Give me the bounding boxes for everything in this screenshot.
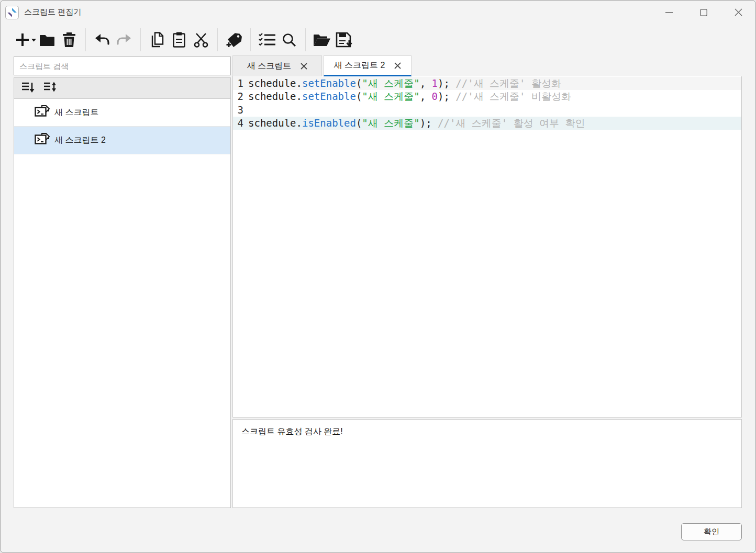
- undo-icon: [94, 32, 110, 47]
- line-number: 2: [233, 90, 243, 103]
- sort-toggle-button[interactable]: [43, 81, 58, 96]
- new-folder-button[interactable]: [36, 28, 58, 51]
- code-line[interactable]: 4schedule.isEnabled("새 스케줄"); //'새 스케줄' …: [233, 117, 741, 130]
- line-number: 4: [233, 117, 243, 130]
- tag-plus-icon: [226, 32, 242, 48]
- close-icon: [735, 8, 742, 16]
- script-item-label: 새 스크립트: [54, 107, 98, 118]
- footer: 확인: [1, 508, 755, 552]
- minimize-button[interactable]: [652, 1, 686, 24]
- tab-label: 새 스크립트: [247, 61, 291, 72]
- sort-updown-icon: [43, 81, 58, 96]
- paste-button[interactable]: [168, 28, 190, 51]
- code-text: schedule.isEnabled("새 스케줄"); //'새 스케줄' 활…: [248, 117, 585, 130]
- code-editor[interactable]: 1schedule.setEnable("새 스케줄", 1); //'새 스케…: [232, 76, 742, 417]
- toolbar: [1, 24, 755, 55]
- titlebar: 스크립트 편집기: [1, 1, 755, 24]
- validation-output-panel: 스크립트 유효성 검사 완료!: [232, 419, 742, 508]
- code-line[interactable]: 1schedule.setEnable("새 스케줄", 1); //'새 스케…: [233, 77, 741, 90]
- rename-button[interactable]: [223, 28, 245, 51]
- tab-close-icon[interactable]: [394, 62, 401, 69]
- plus-icon: [14, 31, 31, 48]
- toolbar-separator: [217, 28, 218, 51]
- toolbar-separator: [305, 28, 306, 51]
- save-icon: [335, 31, 353, 48]
- script-item-label: 새 스크립트 2: [54, 135, 106, 146]
- script-list-item[interactable]: 새 스크립트: [14, 99, 230, 127]
- app-logo-icon: [5, 6, 19, 19]
- copy-button[interactable]: [146, 28, 168, 51]
- script-list: 새 스크립트새 스크립트 2: [14, 99, 230, 507]
- maximize-button[interactable]: [686, 1, 721, 24]
- code-line[interactable]: 2schedule.setEnable("새 스케줄", 0); //'새 스케…: [233, 90, 741, 103]
- ok-button[interactable]: 확인: [681, 523, 742, 540]
- dropdown-caret-icon: [31, 38, 36, 42]
- script-file-icon: [35, 133, 50, 148]
- paste-icon: [172, 31, 186, 48]
- checklist-icon: [258, 32, 276, 47]
- toolbar-separator: [140, 28, 141, 51]
- redo-button[interactable]: [113, 28, 135, 51]
- delete-button[interactable]: [58, 28, 80, 51]
- new-script-dropdown-button[interactable]: [14, 28, 36, 51]
- trash-icon: [62, 32, 76, 48]
- search-icon: [282, 32, 296, 47]
- tab-bar: 새 스크립트새 스크립트 2: [232, 55, 742, 76]
- sort-down-icon: [21, 81, 36, 96]
- script-editor-window: 스크립트 편집기 새 스크립트새 스크립트 2 새 스크립트새 스크립트 2 1…: [0, 0, 756, 553]
- copy-icon: [150, 31, 164, 48]
- folder-icon: [39, 32, 55, 47]
- folder-open-icon: [313, 32, 331, 47]
- maximize-icon: [700, 9, 707, 16]
- line-number: 1: [233, 77, 243, 90]
- editor-tab[interactable]: 새 스크립트 2: [324, 55, 412, 76]
- window-title: 스크립트 편집기: [24, 7, 81, 17]
- scissors-icon: [193, 32, 209, 48]
- script-file-icon: [35, 105, 50, 120]
- toolbar-separator: [250, 28, 251, 51]
- toolbar-separator: [85, 28, 86, 51]
- cut-button[interactable]: [190, 28, 212, 51]
- sort-header: [14, 78, 230, 99]
- editor-column: 새 스크립트새 스크립트 2 1schedule.setEnable("새 스케…: [232, 55, 742, 508]
- sidebar: 새 스크립트새 스크립트 2: [14, 55, 231, 508]
- tab-label: 새 스크립트 2: [334, 60, 385, 71]
- search-input[interactable]: [14, 57, 231, 75]
- script-list-item[interactable]: 새 스크립트 2: [14, 127, 230, 154]
- code-text: schedule.setEnable("새 스케줄", 0); //'새 스케줄…: [248, 90, 571, 103]
- import-button[interactable]: [311, 28, 333, 51]
- find-button[interactable]: [278, 28, 300, 51]
- export-button[interactable]: [333, 28, 355, 51]
- tab-close-icon[interactable]: [301, 63, 307, 70]
- line-number: 3: [233, 104, 243, 117]
- editor-tab[interactable]: 새 스크립트: [232, 55, 322, 76]
- validate-button[interactable]: [256, 28, 278, 51]
- close-button[interactable]: [721, 1, 755, 24]
- validation-message: 스크립트 유효성 검사 완료!: [241, 426, 733, 437]
- undo-button[interactable]: [91, 28, 113, 51]
- sort-descending-button[interactable]: [21, 81, 36, 96]
- script-list-panel: 새 스크립트새 스크립트 2: [14, 77, 231, 508]
- minimize-icon: [665, 9, 673, 16]
- code-line[interactable]: 3: [233, 104, 741, 117]
- main-area: 새 스크립트새 스크립트 2 새 스크립트새 스크립트 2 1schedule.…: [1, 55, 755, 508]
- caption-buttons: [652, 1, 755, 24]
- redo-icon: [116, 32, 132, 47]
- code-text: schedule.setEnable("새 스케줄", 1); //'새 스케줄…: [248, 77, 561, 90]
